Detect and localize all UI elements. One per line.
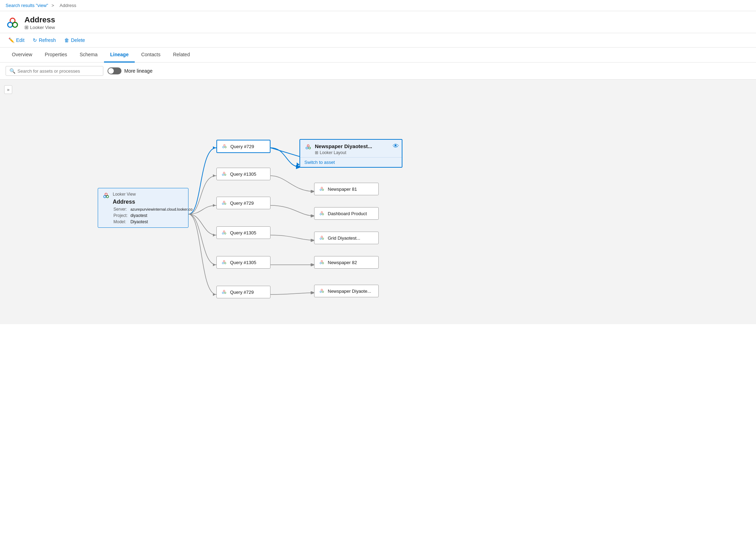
breadcrumb-link[interactable]: Search results "view": [6, 3, 48, 8]
svg-marker-7: [311, 239, 313, 242]
svg-marker-4: [297, 162, 299, 167]
search-icon: 🔍: [9, 68, 15, 74]
output-icon: [319, 288, 325, 294]
tab-schema[interactable]: Schema: [73, 48, 104, 63]
svg-point-46: [321, 236, 323, 238]
svg-marker-5: [311, 190, 313, 193]
svg-point-35: [222, 292, 224, 294]
source-node-details-table: Server: azurepurviewinternal.cloud.looke…: [113, 206, 195, 225]
more-lineage-label: More lineage: [124, 68, 153, 74]
highlighted-node-type: Looker Layout: [320, 150, 346, 155]
svg-point-27: [224, 203, 226, 205]
delete-button[interactable]: 🗑 Delete: [61, 36, 88, 44]
output-node-3[interactable]: Grid Diyaotest...: [314, 232, 379, 244]
switch-to-asset-link[interactable]: Switch to asset: [300, 157, 402, 167]
project-value: diyaotest: [131, 213, 195, 218]
output-node-1[interactable]: Newspaper 81: [314, 183, 379, 195]
refresh-icon: ↻: [33, 37, 37, 43]
svg-point-39: [309, 147, 311, 149]
highlighted-node-title: Newspaper Diyaotest...: [315, 143, 372, 149]
svg-point-23: [222, 174, 224, 176]
svg-point-33: [224, 262, 226, 264]
svg-point-18: [106, 195, 109, 198]
toggle-knob: [108, 68, 114, 74]
query-node-1[interactable]: Query #1305: [216, 168, 270, 180]
query-node-4[interactable]: Query #1305: [216, 256, 270, 269]
edit-button[interactable]: ✏️ Edit: [6, 36, 27, 44]
search-box[interactable]: 🔍: [6, 66, 103, 76]
svg-point-17: [104, 195, 106, 198]
source-node-address[interactable]: Looker View Address Server: azurepurview…: [98, 188, 188, 228]
output-icon: [319, 186, 325, 192]
tab-properties[interactable]: Properties: [38, 48, 73, 63]
query-node-icon: [221, 171, 227, 177]
source-node-type: Looker View: [113, 192, 195, 197]
svg-point-48: [322, 238, 324, 240]
query-node-icon: [221, 259, 227, 265]
tab-contacts[interactable]: Contacts: [135, 48, 166, 63]
source-node-title: Address: [113, 199, 195, 205]
toolbar: ✏️ Edit ↻ Refresh 🗑 Delete: [0, 33, 756, 48]
svg-marker-6: [311, 214, 313, 217]
svg-point-30: [224, 233, 226, 234]
svg-point-43: [321, 212, 323, 213]
tab-related[interactable]: Related: [167, 48, 196, 63]
output-node-4[interactable]: Newspaper 82: [314, 256, 379, 269]
svg-point-42: [322, 189, 324, 191]
svg-point-20: [223, 146, 224, 148]
tab-lineage[interactable]: Lineage: [104, 48, 135, 63]
svg-marker-10: [213, 146, 216, 149]
edit-icon: ✏️: [8, 37, 14, 43]
svg-point-49: [321, 261, 323, 262]
title-block: Address ⊞ Looker View: [24, 15, 55, 30]
query-node-label-4: Query #1305: [230, 260, 256, 265]
query-node-icon: [221, 200, 227, 206]
query-node-5[interactable]: Query #729: [216, 286, 270, 298]
output-node-5[interactable]: Newspaper Diyaote...: [314, 285, 379, 297]
output-node-label-2: Dashboard Product: [328, 211, 367, 216]
query-node-label-0: Query #729: [230, 144, 254, 149]
svg-point-21: [225, 146, 227, 148]
output-icon: [319, 259, 325, 265]
svg-point-50: [320, 262, 322, 264]
svg-point-22: [223, 172, 225, 174]
expand-panel-button[interactable]: »: [4, 85, 12, 94]
more-lineage-toggle[interactable]: [108, 67, 121, 74]
layout-icon: ⊞: [315, 150, 318, 155]
refresh-button[interactable]: ↻ Refresh: [30, 36, 59, 44]
output-node-highlighted[interactable]: 👁 Newspaper Diyaotest... ⊞ Looker Layout…: [299, 139, 402, 168]
svg-point-51: [322, 262, 324, 264]
svg-marker-12: [213, 204, 216, 207]
svg-point-28: [223, 231, 225, 233]
model-value: Diyaotest: [131, 219, 195, 225]
query-node-label-1: Query #1305: [230, 172, 256, 177]
output-node-icon: [304, 143, 312, 151]
svg-point-36: [224, 292, 226, 294]
svg-point-47: [320, 238, 322, 240]
output-node-2[interactable]: Dashboard Product: [314, 207, 379, 220]
tab-overview[interactable]: Overview: [6, 48, 38, 63]
svg-point-16: [105, 193, 108, 196]
query-node-0[interactable]: Query #729: [216, 140, 270, 153]
server-value: azurepurviewinternal.cloud.looker.co: [131, 206, 195, 212]
svg-point-37: [307, 145, 309, 147]
output-node-label-3: Grid Diyaotest...: [328, 235, 360, 241]
svg-line-3: [270, 148, 299, 157]
output-node-label-1: Newspaper 81: [328, 187, 357, 192]
asset-type-label: Looker View: [30, 25, 55, 30]
output-icon: [319, 235, 325, 241]
lineage-canvas: »: [0, 80, 756, 324]
query-node-icon: [221, 143, 228, 150]
source-node-icon: [102, 192, 110, 199]
query-node-2[interactable]: Query #729: [216, 197, 270, 209]
model-label: Model:: [113, 219, 130, 225]
search-input[interactable]: [17, 68, 99, 74]
breadcrumb-separator: >: [52, 3, 54, 8]
svg-point-34: [223, 290, 225, 292]
svg-point-38: [306, 147, 308, 149]
svg-marker-14: [213, 263, 216, 266]
delete-icon: 🗑: [64, 37, 69, 43]
switch-view-icon[interactable]: 👁: [393, 143, 399, 150]
breadcrumb: Search results "view" > Address: [0, 0, 756, 11]
query-node-3[interactable]: Query #1305: [216, 226, 270, 239]
